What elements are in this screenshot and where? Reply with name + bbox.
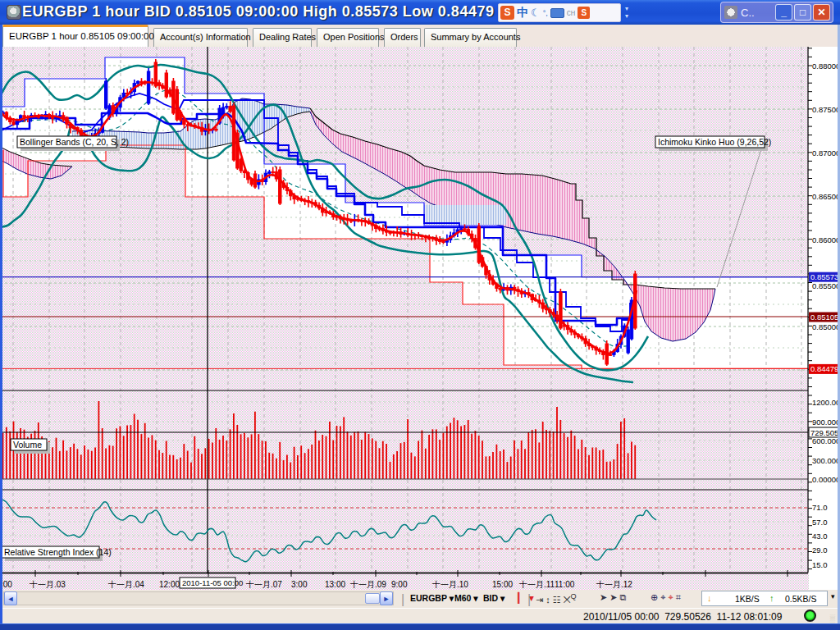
- svg-text:12:00: 12:00: [159, 580, 180, 589]
- svg-text:十一月.07: 十一月.07: [245, 580, 282, 589]
- svg-text:十一月.03: 十一月.03: [29, 580, 66, 589]
- svg-text:0.86500: 0.86500: [812, 192, 840, 201]
- svg-text:0.85500: 0.85500: [812, 281, 840, 290]
- svg-text:0.84479: 0.84479: [810, 364, 838, 373]
- svg-text:0.87500: 0.87500: [812, 105, 840, 114]
- svg-text:57.0: 57.0: [812, 518, 828, 527]
- svg-text:11:00: 11:00: [555, 580, 575, 589]
- svg-text:Ichimoku Kinko Huo (9,26,52): Ichimoku Kinko Huo (9,26,52): [658, 137, 771, 147]
- svg-text::00: :00: [1, 580, 12, 589]
- svg-text:0.88000: 0.88000: [812, 62, 840, 71]
- svg-text:900.000: 900.000: [812, 418, 840, 427]
- svg-text:Bollinger Bands (C, 20, S, 2): Bollinger Bands (C, 20, S, 2): [20, 137, 129, 147]
- svg-text:十一月.09: 十一月.09: [349, 580, 386, 589]
- svg-text:71.0: 71.0: [812, 503, 828, 512]
- svg-text:15:00: 15:00: [492, 580, 513, 589]
- svg-text:29.0: 29.0: [812, 546, 828, 555]
- svg-text:0.85105: 0.85105: [810, 313, 838, 322]
- svg-text:0.85573: 0.85573: [810, 272, 838, 281]
- svg-text:43.0: 43.0: [812, 532, 828, 541]
- svg-text:十一月.10: 十一月.10: [431, 580, 468, 589]
- svg-text:15.0: 15.0: [812, 560, 828, 569]
- svg-text:Volume: Volume: [13, 440, 42, 450]
- svg-text:3:00: 3:00: [291, 580, 308, 589]
- svg-text:0.86000: 0.86000: [812, 235, 840, 244]
- svg-text:0.85000: 0.85000: [812, 322, 840, 331]
- svg-text:9:00: 9:00: [391, 580, 408, 589]
- svg-text:Relative Strength Index (14): Relative Strength Index (14): [4, 547, 112, 557]
- svg-text:2010-11-05 00:00: 2010-11-05 00:00: [182, 578, 243, 587]
- svg-text:300.000: 300.000: [812, 456, 840, 465]
- svg-text:0.87000: 0.87000: [812, 148, 840, 158]
- svg-text:0.00000: 0.00000: [812, 475, 840, 484]
- svg-text:十一月.11: 十一月.11: [518, 580, 555, 589]
- svg-text:13:00: 13:00: [325, 580, 345, 589]
- svg-text:十一月.04: 十一月.04: [107, 580, 144, 589]
- svg-text:1200.000: 1200.000: [812, 398, 840, 407]
- svg-text:729.505: 729.505: [810, 428, 838, 437]
- svg-text:十一月.12: 十一月.12: [596, 580, 632, 589]
